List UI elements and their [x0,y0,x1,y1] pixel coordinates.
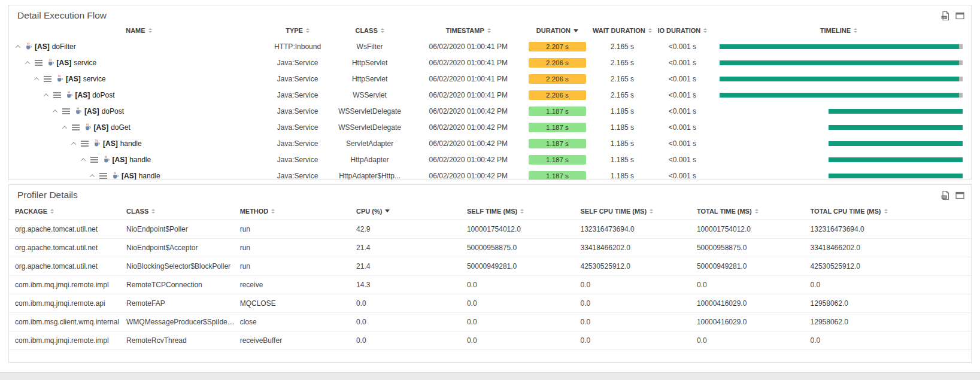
details-menu-icon[interactable] [72,124,80,130]
io-duration-cell: <0.001 s [654,139,711,148]
column-header-timeline[interactable]: TIMELINE [711,27,971,34]
execution-flow-row[interactable]: [AS]serviceJava:ServiceHttpServlet06/02/… [9,54,971,71]
details-menu-icon[interactable] [35,60,43,66]
sort-icon[interactable] [385,209,390,212]
execution-flow-row[interactable]: [AS]handleJava:ServiceHttpAdapter06/02/2… [9,151,971,168]
self-time-cell: 0.0 [462,281,576,289]
timeline-track [715,157,963,162]
column-header-timestamp[interactable]: TIMESTAMP [413,27,524,34]
table-row[interactable]: org.apache.tomcat.util.netNioBlockingSel… [9,257,971,276]
sort-icon[interactable] [381,28,384,33]
total-time-cell: 10000416029.0 [692,299,806,308]
collapse-chevron-icon[interactable] [34,77,39,82]
column-header-duration[interactable]: DURATION [524,27,591,34]
column-header-self-time-ms[interactable]: SELF TIME (MS) [462,208,576,215]
timeline-tip [959,44,963,49]
timeline-bar [720,44,963,49]
column-label: TIMESTAMP [446,27,484,34]
panel-title: Profiler Details [17,190,78,200]
sort-icon[interactable] [755,209,758,214]
name-cell: [AS]handle [9,172,269,180]
name-cell: [AS]doPost [9,91,269,99]
details-menu-icon[interactable] [81,141,89,147]
details-menu-icon[interactable] [90,157,98,163]
detail-execution-flow-panel: Detail Execution Flow CSV NAMETYPECLASST… [8,5,972,180]
sort-icon[interactable] [650,209,653,214]
wait-duration-cell: 1.185 s [591,172,653,180]
class-cell: WsFilter [326,42,413,51]
execution-flow-row[interactable]: [AS]doFilterHTTP:InboundWsFilter06/02/20… [9,38,971,54]
sort-icon[interactable] [148,28,152,33]
sort-icon[interactable] [703,28,707,33]
export-csv-icon[interactable]: CSV [940,11,951,21]
execution-flow-row[interactable]: [AS]handleJava:ServiceHttpAdapter$Http..… [9,168,971,180]
export-csv-icon[interactable]: CSV [940,190,951,200]
execution-flow-row[interactable]: [AS]doPostJava:ServiceWSServletDelegate0… [9,103,971,119]
execution-flow-row[interactable]: [AS]serviceJava:ServiceHttpServlet06/02/… [9,71,971,87]
column-header-package[interactable]: PACKAGE [9,208,122,215]
duration-cell: 2.206 s [524,90,591,100]
collapse-chevron-icon[interactable] [71,142,76,147]
table-row[interactable]: com.ibm.msg.client.wmq.internalWMQMessag… [9,313,971,332]
timeline-cell [711,77,971,81]
duration-cell: 2.207 s [524,42,591,51]
table-row[interactable]: org.apache.tomcat.util.netNioEndpoint$Ac… [9,239,971,257]
package-cell: com.ibm.mq.jmqi.remote.impl [9,336,122,345]
name-cell: [AS]doPost [9,107,269,115]
wait-duration-cell: 2.165 s [591,42,653,51]
table-row[interactable]: com.ibm.mq.jmqi.remote.implRemoteTCPConn… [9,276,971,294]
class-cell: HttpAdapter$Http... [326,172,413,180]
sort-icon[interactable] [520,209,524,214]
open-in-window-icon[interactable] [955,190,965,200]
timeline-track [715,174,963,178]
details-menu-icon[interactable] [44,76,51,82]
svg-text:CSV: CSV [942,195,947,198]
sort-icon[interactable] [306,28,310,33]
sort-icon[interactable] [648,28,652,33]
details-menu-icon[interactable] [53,92,61,98]
column-header-type[interactable]: TYPE [269,27,326,34]
java-method-icon [84,123,91,131]
details-menu-icon[interactable] [99,173,107,179]
java-method-icon [47,59,54,66]
table-row[interactable]: org.apache.tomcat.util.netNioEndpoint$Po… [9,220,971,239]
cpu-cell: 0.0 [351,318,462,326]
collapse-chevron-icon[interactable] [62,126,66,130]
open-in-window-icon[interactable] [955,11,965,21]
collapse-chevron-icon[interactable] [16,45,20,50]
sort-icon[interactable] [271,209,275,214]
collapse-chevron-icon[interactable] [80,158,85,163]
sort-icon[interactable] [574,29,578,32]
column-header-name[interactable]: NAME [9,27,269,34]
total-time-cell: 50000958875.0 [692,244,806,252]
execution-flow-row[interactable]: [AS]handleJava:ServiceServletAdapter06/0… [9,135,971,151]
collapse-chevron-icon[interactable] [53,110,57,114]
column-header-io-duration[interactable]: IO DURATION [654,27,711,34]
collapse-chevron-icon[interactable] [90,174,95,179]
sort-icon[interactable] [487,28,491,33]
details-menu-icon[interactable] [62,108,70,114]
collapse-chevron-icon[interactable] [43,93,48,98]
sort-icon[interactable] [50,209,54,214]
table-row[interactable]: com.ibm.mq.jmqi.remote.apiRemoteFAPMQCLO… [9,294,971,313]
total-cpu-time-cell: 132316473694.0 [806,225,971,233]
column-header-total-time-ms[interactable]: TOTAL TIME (MS) [692,208,806,215]
column-header-total-cpu-time-ms[interactable]: TOTAL CPU TIME (MS) [806,208,971,215]
node-name: service [83,75,106,83]
sort-icon[interactable] [151,209,155,214]
horizontal-scrollbar-track[interactable] [0,372,980,380]
execution-flow-row[interactable]: [AS]doGetJava:ServiceWSServletDelegate06… [9,119,971,135]
column-header-method[interactable]: METHOD [235,208,351,215]
execution-flow-row[interactable]: [AS]doPostJava:ServiceWSServlet06/02/202… [9,87,971,103]
self-time-cell: 50000958875.0 [462,244,576,252]
collapse-chevron-icon[interactable] [25,61,29,66]
column-header-class[interactable]: CLASS [326,27,413,34]
column-header-wait-duration[interactable]: WAIT DURATION [591,27,653,34]
sort-icon[interactable] [884,209,888,214]
sort-icon[interactable] [854,28,857,33]
total-cpu-time-cell: 33418466202.0 [806,244,971,252]
column-header-class[interactable]: CLASS [122,208,235,215]
column-header-cpu[interactable]: CPU (%) [351,208,462,215]
column-header-self-cpu-time-ms[interactable]: SELF CPU TIME (MS) [576,208,692,215]
table-row[interactable]: com.ibm.mq.jmqi.remote.implRemoteRcvThre… [9,332,971,350]
